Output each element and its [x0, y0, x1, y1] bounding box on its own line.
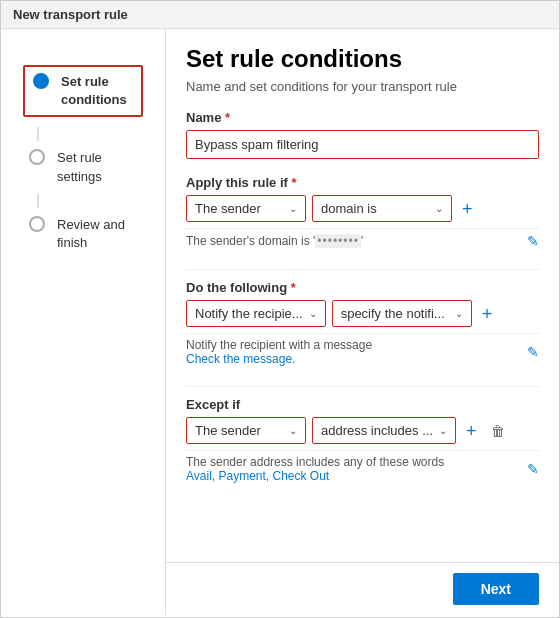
main-content: Set rule conditions Name and set conditi… [166, 29, 559, 615]
apply-select-1[interactable]: The sender ⌄ [186, 195, 306, 222]
do-select-2-chevron: ⌄ [455, 308, 463, 319]
next-button[interactable]: Next [453, 573, 539, 605]
apply-hint-text: The sender's domain is '••••••••' [186, 234, 363, 248]
except-hint-text: The sender address includes any of these… [186, 455, 444, 483]
except-hint-row: The sender address includes any of these… [186, 450, 539, 487]
step-3-dot [29, 216, 45, 232]
except-label: Except if [186, 397, 539, 412]
do-select-1-chevron: ⌄ [309, 308, 317, 319]
apply-edit-icon[interactable]: ✎ [527, 233, 539, 249]
do-hint-text: Notify the recipient with a message Chec… [186, 338, 372, 366]
step-1-dot [33, 73, 49, 89]
do-select-2[interactable]: specify the notifi... ⌄ [332, 300, 472, 327]
except-add-button[interactable]: + [462, 420, 481, 442]
except-select-2[interactable]: address includes ... ⌄ [312, 417, 456, 444]
do-following-label: Do the following * [186, 280, 539, 295]
top-bar-title: New transport rule [13, 7, 128, 22]
except-edit-icon[interactable]: ✎ [527, 461, 539, 477]
except-hint-link[interactable]: Avail, Payment, Check Out [186, 469, 329, 483]
name-label: Name * [186, 110, 539, 125]
do-selects-row: Notify the recipie... ⌄ specify the noti… [186, 300, 539, 327]
do-following-group: Do the following * Notify the recipie...… [186, 280, 539, 370]
apply-hint-row: The sender's domain is '••••••••' ✎ [186, 228, 539, 253]
except-if-group: Except if The sender ⌄ address includes … [186, 397, 539, 487]
apply-label: Apply this rule if * [186, 175, 539, 190]
name-field-group: Name * [186, 110, 539, 159]
except-select-1-chevron: ⌄ [289, 425, 297, 436]
apply-rule-group: Apply this rule if * The sender ⌄ domain… [186, 175, 539, 253]
footer: Next [166, 562, 559, 615]
page-title: Set rule conditions [186, 45, 539, 73]
do-edit-icon[interactable]: ✎ [527, 344, 539, 360]
except-select-2-chevron: ⌄ [439, 425, 447, 436]
sidebar: Set rule conditions Set rule settings [1, 29, 166, 615]
do-add-button[interactable]: + [478, 303, 497, 325]
do-hint-row: Notify the recipient with a message Chec… [186, 333, 539, 370]
do-hint-link[interactable]: Check the message. [186, 352, 295, 366]
divider-2 [186, 386, 539, 387]
apply-add-button[interactable]: + [458, 198, 477, 220]
top-bar: New transport rule [1, 1, 559, 29]
name-input[interactable] [186, 130, 539, 159]
apply-select-2[interactable]: domain is ⌄ [312, 195, 452, 222]
do-select-1[interactable]: Notify the recipie... ⌄ [186, 300, 326, 327]
except-delete-button[interactable]: 🗑 [487, 421, 509, 441]
except-selects-row: The sender ⌄ address includes ... ⌄ + 🗑 [186, 417, 539, 444]
apply-selects-row: The sender ⌄ domain is ⌄ + [186, 195, 539, 222]
sidebar-step-1-label: Set rule conditions [61, 73, 133, 109]
sidebar-step-2-label: Set rule settings [57, 149, 137, 185]
except-select-1[interactable]: The sender ⌄ [186, 417, 306, 444]
sidebar-step-3-label: Review and finish [57, 216, 137, 252]
step-2-dot [29, 149, 45, 165]
apply-select-1-chevron: ⌄ [289, 203, 297, 214]
divider-1 [186, 269, 539, 270]
page-subtitle: Name and set conditions for your transpo… [186, 79, 539, 94]
apply-select-2-chevron: ⌄ [435, 203, 443, 214]
